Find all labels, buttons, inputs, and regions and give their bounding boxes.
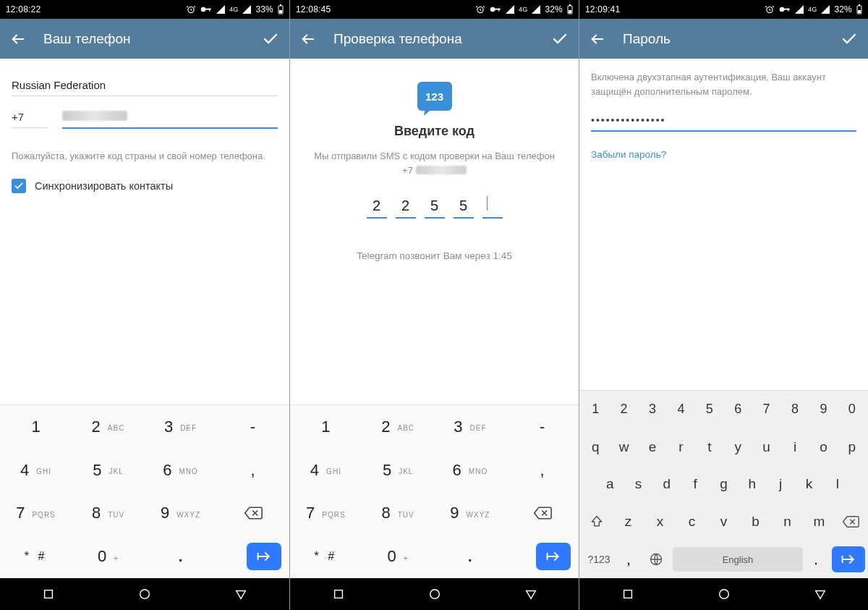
keyboard-key[interactable]: t [697,433,723,461]
keyboard-key[interactable]: b [741,508,770,535]
keyboard-key[interactable]: z [613,508,643,535]
keypad-key[interactable]: - [506,405,579,449]
nav-home-icon[interactable] [428,588,441,601]
sync-contacts-checkbox[interactable] [12,179,26,193]
keyboard-key[interactable]: w [610,433,637,461]
nav-home-icon[interactable] [138,588,151,601]
code-digit[interactable]: 2 [396,198,416,219]
keyboard-key[interactable]: v [709,508,739,535]
nav-back-icon[interactable] [42,588,55,601]
shift-key[interactable] [582,514,611,529]
phone-number-input[interactable] [62,111,278,129]
password-input[interactable]: ••••••••••••••• [591,114,856,132]
code-digit[interactable]: 5 [425,198,445,219]
keypad-key[interactable]: 0+ [72,535,145,578]
keyboard-key[interactable]: 0 [839,396,865,423]
keyboard-key[interactable]: 2 [610,396,637,423]
keyboard-key[interactable]: 1 [582,396,608,423]
keyboard-key[interactable]: 9 [810,396,836,423]
enter-key[interactable] [217,535,289,578]
back-button[interactable] [300,31,319,47]
keypad-key[interactable]: 2ABC [72,405,145,449]
keyboard-key[interactable]: i [782,433,808,461]
keyboard-key[interactable]: y [725,433,751,461]
code-digit[interactable]: 2 [367,198,387,219]
keypad-key[interactable]: * # [0,535,72,578]
keyboard-key[interactable]: s [625,470,651,498]
keypad-key[interactable]: 6MNO [435,449,507,492]
country-selector[interactable]: Russian Federation [12,70,278,96]
nav-recent-icon[interactable] [814,588,827,601]
keypad-key[interactable]: 4GHI [290,449,362,492]
keypad-key[interactable]: . [145,535,217,578]
keyboard-key[interactable]: 4 [668,396,694,423]
comma-key[interactable]: , [618,551,639,568]
keypad-key[interactable]: 4GHI [0,449,72,492]
keypad-key[interactable]: 7PQRS [0,492,72,535]
code-digit[interactable]: 5 [454,198,474,219]
keyboard-key[interactable]: k [796,470,822,498]
backspace-key[interactable] [506,492,579,535]
keypad-key[interactable]: 5JKL [362,449,435,492]
keyboard-key[interactable]: p [839,433,865,461]
back-button[interactable] [10,31,29,47]
keyboard-key[interactable]: u [753,433,779,461]
nav-home-icon[interactable] [718,588,731,601]
keyboard-key[interactable]: c [677,508,707,535]
keypad-key[interactable]: 9WXYZ [145,492,217,535]
keypad-key[interactable]: 7PQRS [290,492,362,535]
backspace-key[interactable] [217,492,289,535]
keyboard-key[interactable]: h [739,470,765,498]
code-input[interactable]: 2 2 5 5 [302,198,567,219]
keyboard-key[interactable]: f [682,470,708,498]
keyboard-key[interactable]: 7 [753,396,779,423]
keypad-key[interactable]: . [435,535,507,578]
keypad-key[interactable]: 0+ [362,535,435,578]
sync-contacts-row[interactable]: Синхронизировать контакты [12,179,278,193]
keypad-key[interactable]: 2ABC [362,405,435,449]
keypad-key[interactable]: 6MNO [145,449,217,492]
keyboard-key[interactable]: l [825,470,851,498]
keyboard-key[interactable]: 8 [782,396,808,423]
keyboard-key[interactable]: j [767,470,793,498]
keyboard-key[interactable]: e [639,433,665,461]
code-digit[interactable] [482,198,503,219]
keypad-key[interactable]: , [217,449,289,492]
enter-key[interactable] [832,546,865,572]
forgot-password-link[interactable]: Забыли пароль? [591,149,856,160]
confirm-button[interactable] [550,30,569,48]
keyboard-key[interactable]: o [810,433,836,461]
symbols-key[interactable]: ?123 [582,554,616,565]
keyboard-key[interactable]: 3 [639,396,665,423]
keypad-key[interactable]: * # [290,535,362,578]
keypad-key[interactable]: 5JKL [72,449,145,492]
nav-recent-icon[interactable] [524,588,537,601]
backspace-key[interactable] [836,515,865,528]
keyboard-key[interactable]: r [668,433,694,461]
keyboard-key[interactable]: x [645,508,675,535]
keyboard-key[interactable]: 6 [725,396,751,423]
keypad-key[interactable]: - [217,405,289,449]
globe-icon[interactable] [642,552,671,567]
confirm-button[interactable] [260,30,279,48]
keypad-key[interactable]: , [506,449,579,492]
nav-back-icon[interactable] [332,588,345,601]
keyboard-key[interactable]: a [597,470,623,498]
keypad-key[interactable]: 1 [0,405,72,449]
period-key[interactable]: . [805,551,827,568]
keyboard-key[interactable]: d [654,470,680,498]
keypad-key[interactable]: 3DEF [145,405,217,449]
back-button[interactable] [590,31,608,47]
keyboard-key[interactable]: m [804,508,834,535]
keypad-key[interactable]: 3DEF [435,405,507,449]
confirm-button[interactable] [839,30,858,48]
keyboard-key[interactable]: n [773,508,802,535]
nav-back-icon[interactable] [621,588,634,601]
spacebar[interactable]: English [673,547,803,572]
keypad-key[interactable]: 8TUV [72,492,145,535]
keyboard-key[interactable]: g [710,470,736,498]
keypad-key[interactable]: 9WXYZ [435,492,507,535]
keypad-key[interactable]: 1 [290,405,362,449]
keyboard-key[interactable]: q [582,433,608,461]
nav-recent-icon[interactable] [234,588,247,601]
